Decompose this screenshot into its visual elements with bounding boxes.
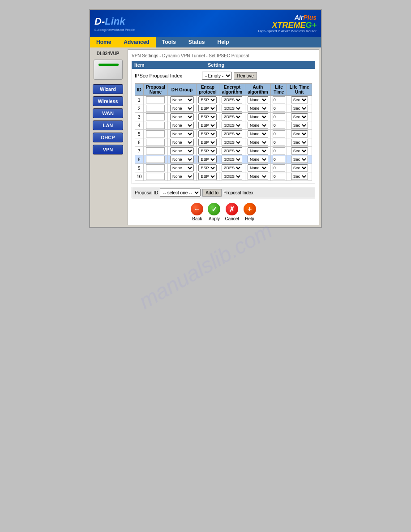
lifetime-input[interactable]	[273, 105, 285, 112]
add-to-button[interactable]: Add to	[202, 189, 222, 197]
nav-home[interactable]: Home	[90, 37, 117, 47]
auth-select[interactable]: NoneMD5SHA1	[248, 122, 268, 129]
encap-select[interactable]: ESPAH	[198, 164, 217, 172]
nav-tools[interactable]: Tools	[156, 37, 182, 47]
encrypt-select[interactable]: 3DESDESAES	[222, 122, 242, 129]
lifetime-input[interactable]	[273, 139, 285, 146]
auth-select[interactable]: NoneMD5SHA1	[248, 173, 268, 180]
back-icon[interactable]: ←	[191, 203, 203, 215]
proposal-name-input[interactable]	[146, 173, 165, 180]
dh-group-select[interactable]: NoneGroup1Group2Group5	[170, 139, 194, 146]
help-button[interactable]: + Help	[244, 203, 256, 221]
unit-select[interactable]: SecMinHr	[291, 156, 308, 163]
encap-select[interactable]: ESPAH	[198, 105, 217, 112]
sidebar-btn-lan[interactable]: LAN	[93, 120, 123, 130]
encap-select[interactable]: ESPAH	[198, 113, 217, 120]
auth-select[interactable]: NoneMD5SHA1	[248, 113, 268, 120]
auth-select[interactable]: NoneMD5SHA1	[248, 130, 268, 137]
sidebar-btn-wan[interactable]: WAN	[93, 108, 123, 118]
auth-select[interactable]: NoneMD5SHA1	[248, 164, 268, 172]
proposal-id-select[interactable]: -- select one --	[160, 189, 201, 197]
proposal-name-input[interactable]	[146, 164, 165, 172]
proposal-name-input[interactable]	[146, 156, 165, 163]
sidebar-btn-wizard[interactable]: Wizard	[93, 84, 123, 94]
encrypt-select[interactable]: 3DESDESAES	[222, 130, 242, 137]
dh-group-select[interactable]: NoneGroup1Group2Group5	[170, 130, 194, 137]
unit-select[interactable]: SecMinHr	[291, 173, 308, 180]
lifetime-input[interactable]	[273, 156, 285, 163]
nav-help[interactable]: Help	[211, 37, 235, 47]
apply-icon[interactable]: ✓	[208, 203, 220, 215]
unit-select[interactable]: SecMinHr	[291, 147, 308, 154]
unit-select[interactable]: SecMinHr	[291, 139, 308, 146]
table-row: 10NoneGroup1Group2Group5ESPAH3DESDESAESN…	[135, 172, 312, 181]
cancel-icon[interactable]: ✗	[226, 203, 238, 215]
dh-group-select[interactable]: NoneGroup1Group2Group5	[170, 147, 194, 154]
remove-button[interactable]: Remove	[234, 72, 257, 80]
lifetime-input[interactable]	[273, 147, 285, 154]
back-button[interactable]: ← Back	[191, 203, 203, 221]
proposal-name-input[interactable]	[146, 130, 165, 137]
lifetime-input[interactable]	[273, 113, 285, 120]
encap-select[interactable]: ESPAH	[198, 130, 217, 137]
auth-select[interactable]: NoneMD5SHA1	[248, 147, 268, 154]
unit-select[interactable]: SecMinHr	[291, 164, 308, 172]
encrypt-select[interactable]: 3DESDESAES	[222, 156, 242, 163]
dh-group-select[interactable]: NoneGroup1Group2Group5	[170, 113, 194, 120]
proposal-name-input[interactable]	[146, 96, 165, 103]
dlink-tagline: Building Networks for People	[94, 28, 135, 31]
dh-group-select[interactable]: NoneGroup1Group2Group5	[170, 173, 194, 180]
auth-select[interactable]: NoneMD5SHA1	[248, 105, 268, 112]
ipsec-proposal-select[interactable]: - Empty -	[202, 72, 232, 80]
encrypt-select[interactable]: 3DESDESAES	[222, 105, 242, 112]
encrypt-select[interactable]: 3DESDESAES	[222, 139, 242, 146]
dh-group-select[interactable]: NoneGroup1Group2Group5	[170, 156, 194, 163]
encap-select[interactable]: ESPAH	[198, 147, 217, 154]
encap-select[interactable]: ESPAH	[198, 173, 217, 180]
encap-select[interactable]: ESPAH	[198, 122, 217, 129]
encrypt-select[interactable]: 3DESDESAES	[222, 96, 242, 103]
auth-select[interactable]: NoneMD5SHA1	[248, 96, 268, 103]
dh-group-select[interactable]: NoneGroup1Group2Group5	[170, 96, 194, 103]
unit-select[interactable]: SecMinHr	[291, 122, 308, 129]
encrypt-select[interactable]: 3DESDESAES	[222, 164, 242, 172]
apply-button[interactable]: ✓ Apply	[208, 203, 220, 221]
encrypt-select[interactable]: 3DESDESAES	[222, 147, 242, 154]
auth-select[interactable]: NoneMD5SHA1	[248, 156, 268, 163]
dh-group-select[interactable]: NoneGroup1Group2Group5	[170, 105, 194, 112]
sidebar-btn-wireless[interactable]: Wireless	[93, 96, 123, 106]
lifetime-input[interactable]	[273, 96, 285, 103]
nav-bar: Home Advanced Tools Status Help	[90, 37, 321, 47]
encap-select[interactable]: ESPAH	[198, 96, 217, 103]
dh-group-select[interactable]: NoneGroup1Group2Group5	[170, 164, 194, 172]
sidebar-btn-dhcp[interactable]: DHCP	[93, 133, 123, 142]
unit-select[interactable]: SecMinHr	[291, 105, 308, 112]
sidebar-btn-vpn[interactable]: VPN	[93, 145, 123, 154]
encrypt-select[interactable]: 3DESDESAES	[222, 113, 242, 120]
dh-group-select[interactable]: NoneGroup1Group2Group5	[170, 122, 194, 129]
encap-select[interactable]: ESPAH	[198, 156, 217, 163]
lifetime-input[interactable]	[273, 164, 285, 172]
content-area: DI-824VUP Wizard Wireless WAN LAN DHCP V…	[90, 47, 321, 227]
proposal-name-input[interactable]	[146, 139, 165, 146]
airplus-logo-area: AirPlus XTREMEG+ High-Speed 2.4GHz Wirel…	[258, 14, 317, 33]
encap-select[interactable]: ESPAH	[198, 139, 217, 146]
proposal-name-input[interactable]	[146, 147, 165, 154]
lifetime-input[interactable]	[273, 130, 285, 137]
col-setting-label: Setting	[205, 61, 315, 69]
proposal-name-input[interactable]	[146, 122, 165, 129]
unit-select[interactable]: SecMinHr	[291, 130, 308, 137]
proposal-name-input[interactable]	[146, 113, 165, 120]
nav-status[interactable]: Status	[182, 37, 211, 47]
lifetime-input[interactable]	[273, 122, 285, 129]
auth-select[interactable]: NoneMD5SHA1	[248, 139, 268, 146]
unit-select[interactable]: SecMinHr	[291, 113, 308, 120]
nav-advanced[interactable]: Advanced	[117, 37, 155, 47]
table-row: 6NoneGroup1Group2Group5ESPAH3DESDESAESNo…	[135, 138, 312, 147]
cancel-button[interactable]: ✗ Cancel	[225, 203, 239, 221]
lifetime-input[interactable]	[273, 173, 285, 180]
proposal-name-input[interactable]	[146, 105, 165, 112]
unit-select[interactable]: SecMinHr	[291, 96, 308, 103]
help-icon[interactable]: +	[244, 203, 256, 215]
encrypt-select[interactable]: 3DESDESAES	[222, 173, 242, 180]
